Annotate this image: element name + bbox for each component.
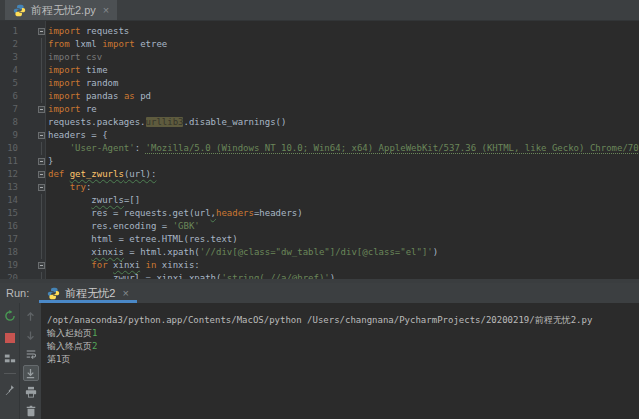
console-line: 第1页 [47, 353, 639, 366]
soft-wrap-icon [25, 345, 37, 364]
code-line[interactable]: 13 try: [0, 181, 639, 194]
run-panel-body: /opt/anaconda3/python.app/Contents/MacOS… [0, 303, 639, 419]
line-number: 9 [0, 129, 18, 142]
code-line[interactable]: 12def get_zwurls(url): [0, 168, 639, 181]
fold-guide [36, 77, 46, 90]
console-output[interactable]: /opt/anaconda3/python.app/Contents/MacOS… [41, 303, 639, 419]
code-line[interactable]: 17 html = etree.HTML(res.text) [0, 233, 639, 246]
fold-marker-icon[interactable] [36, 155, 46, 168]
fold-marker-icon[interactable] [36, 168, 46, 181]
code-line[interactable]: 16 res.encoding = 'GBK' [0, 220, 639, 233]
editor-tab-bar: 前程无忧2.py × [0, 0, 639, 21]
restore-layout-button[interactable] [2, 350, 18, 366]
fold-marker-icon[interactable] [36, 103, 46, 116]
down-button[interactable] [23, 327, 39, 343]
print-icon [25, 383, 37, 402]
run-tab-label: 前程无忧2 [65, 286, 115, 301]
fold-marker-icon[interactable] [36, 181, 46, 194]
code-text: from lxml import etree [46, 38, 639, 51]
up-icon [25, 307, 36, 326]
line-number: 18 [0, 246, 18, 259]
line-number: 14 [0, 194, 18, 207]
fold-guide [36, 272, 46, 279]
editor-tab[interactable]: 前程无忧2.py × [5, 0, 117, 20]
code-line[interactable]: 4import time [0, 64, 639, 77]
fold-marker-icon[interactable] [36, 25, 46, 38]
line-number: 20 [0, 272, 18, 279]
code-text: import time [46, 64, 639, 77]
line-number: 12 [0, 168, 18, 181]
code-text: import pandas as pd [46, 90, 639, 103]
line-number: 16 [0, 220, 18, 233]
line-number: 3 [0, 51, 18, 64]
run-panel-title: Run: [0, 287, 39, 299]
fold-guide [36, 142, 46, 155]
code-text: html = etree.HTML(res.text) [46, 233, 639, 246]
close-icon[interactable]: × [122, 288, 128, 299]
rerun-icon [4, 307, 16, 326]
code-line[interactable]: 8requests.packages.urllib3.disable_warni… [0, 116, 639, 129]
code-editor[interactable]: 1import requests2from lxml import etree3… [0, 21, 639, 279]
line-number: 2 [0, 38, 18, 51]
soft-wrap-button[interactable] [23, 346, 39, 362]
code-text: headers = { [46, 129, 639, 142]
close-icon[interactable]: × [103, 5, 109, 16]
code-text: import requests [46, 25, 639, 38]
console-lines: /opt/anaconda3/python.app/Contents/MacOS… [47, 314, 639, 366]
code-line[interactable]: 11} [0, 155, 639, 168]
run-tab[interactable]: 前程无忧2 × [39, 283, 137, 303]
run-toolbar [0, 303, 20, 419]
console-toolbar [20, 303, 41, 419]
code-line[interactable]: 18 xinxis = html.xpath('//div[@class="dw… [0, 246, 639, 259]
code-line[interactable]: 6import pandas as pd [0, 90, 639, 103]
code-line[interactable]: 7import re [0, 103, 639, 116]
code-line[interactable]: 1import requests [0, 25, 639, 38]
code-line[interactable]: 2from lxml import etree [0, 38, 639, 51]
code-text: xinxis = html.xpath('//div[@class="dw_ta… [46, 246, 639, 259]
line-number: 17 [0, 233, 18, 246]
console-line: 输入起始页1 [47, 327, 639, 340]
line-number: 15 [0, 207, 18, 220]
code-text: res.encoding = 'GBK' [46, 220, 639, 233]
code-line[interactable]: 10 'User-Agent': 'Mozilla/5.0 (Windows N… [0, 142, 639, 155]
line-number: 19 [0, 259, 18, 272]
fold-marker-icon[interactable] [36, 129, 46, 142]
fold-guide [36, 220, 46, 233]
line-number: 7 [0, 103, 18, 116]
down-icon [25, 326, 36, 345]
print-button[interactable] [23, 384, 39, 400]
fold-guide [36, 246, 46, 259]
line-number: 5 [0, 77, 18, 90]
code-line[interactable]: 5import random [0, 77, 639, 90]
python-file-icon [13, 4, 26, 17]
code-line[interactable]: 19 for xinxi in xinxis: [0, 259, 639, 272]
code-line[interactable]: 14 zwurls=[] [0, 194, 639, 207]
pin-button[interactable] [2, 381, 18, 397]
fold-marker-icon[interactable] [36, 259, 46, 272]
code-line[interactable]: 15 res = requests.get(url,headers=header… [0, 207, 639, 220]
clear-icon [25, 402, 37, 419]
up-button[interactable] [23, 308, 39, 324]
stop-icon [5, 328, 15, 347]
fold-guide [36, 207, 46, 220]
line-number: 10 [0, 142, 18, 155]
rerun-button[interactable] [2, 308, 18, 324]
code-line[interactable]: 20 zwurl = xinxi.xpath('string(.//a/@hre… [0, 272, 639, 279]
code-text: requests.packages.urllib3.disable_warnin… [46, 116, 639, 129]
restore-layout-icon [4, 349, 16, 368]
fold-guide [36, 64, 46, 77]
clear-button[interactable] [23, 403, 39, 419]
fold-guide [36, 90, 46, 103]
scroll-to-end-button[interactable] [23, 365, 39, 381]
line-number: 13 [0, 181, 18, 194]
scroll-to-end-icon [25, 364, 36, 383]
stop-button[interactable] [2, 329, 18, 345]
line-number: 6 [0, 90, 18, 103]
line-number: 4 [0, 64, 18, 77]
code-text: } [46, 155, 639, 168]
code-line[interactable]: 9headers = { [0, 129, 639, 142]
code-text: 'User-Agent': 'Mozilla/5.0 (Windows NT 1… [46, 142, 639, 155]
code-text: zwurl = xinxi.xpath('string(.//a/@href)'… [46, 272, 639, 279]
code-line[interactable]: 3import csv [0, 51, 639, 64]
console-line: /opt/anaconda3/python.app/Contents/MacOS… [47, 314, 639, 327]
